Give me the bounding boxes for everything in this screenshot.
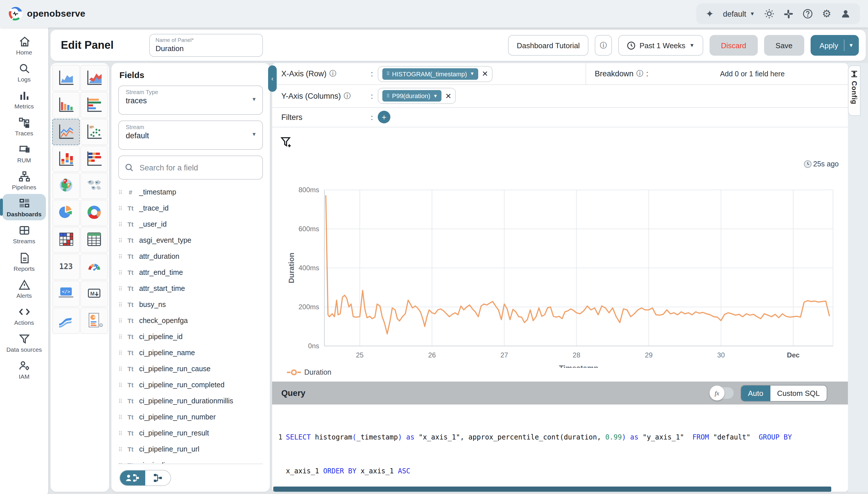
info-icon[interactable]: ⓘ	[344, 91, 351, 101]
field-item-check_openfga[interactable]: ⠿Ttcheck_openfga	[118, 313, 263, 329]
field-item-ci_pipeline_run_user[interactable]: ⠿Ttci_pipeline_run_user	[118, 457, 263, 463]
brand-logo[interactable]: openobserve	[8, 6, 86, 21]
sidebar-item-iam[interactable]: IAM	[2, 356, 46, 383]
field-item-ci_pipeline_run_cause[interactable]: ⠿Ttci_pipeline_run_cause	[118, 361, 263, 377]
query-mode-custom-sql[interactable]: Custom SQL	[770, 385, 827, 401]
field-item-ci_pipeline_run_result[interactable]: ⠿Ttci_pipeline_run_result	[118, 425, 263, 441]
sql-editor[interactable]: 1SELECT histogram(_timestamp) as "x_axis…	[272, 404, 848, 492]
field-search[interactable]	[118, 155, 263, 179]
y-axis-field-chip[interactable]: ⠿ P99(duration) ▼	[382, 90, 442, 101]
breakdown-dropzone[interactable]: Add 0 or 1 field here	[674, 70, 831, 78]
duration-chart[interactable]: 0ns200ms400ms600ms800ms252627282930DecDu…	[272, 184, 848, 368]
chart-type-h-stacked-bar[interactable]	[80, 146, 108, 172]
field-item-ci_pipeline_run_number[interactable]: ⠿Ttci_pipeline_run_number	[118, 409, 263, 425]
sidebar-item-pipelines[interactable]: Pipelines	[2, 167, 46, 194]
sidebar-item-actions[interactable]: Actions	[2, 302, 46, 328]
chart-type-stacked-bar[interactable]	[52, 146, 80, 172]
gear-icon[interactable]: ⚙	[822, 8, 831, 19]
sidebar-item-reports[interactable]: Reports	[2, 248, 46, 274]
sidebar-item-rum[interactable]: RUM	[2, 140, 46, 167]
field-search-input[interactable]	[138, 163, 257, 172]
search-icon	[125, 163, 134, 172]
chart-type-gauge[interactable]	[80, 253, 108, 280]
top-navbar: openobserve ✦ default ▼	[0, 0, 868, 27]
query-mode-auto[interactable]: Auto	[741, 385, 771, 401]
sidebar-item-traces[interactable]: Traces	[2, 113, 46, 139]
chart-type-markdown[interactable]: M	[80, 281, 108, 307]
sparkle-icon[interactable]: ✦	[705, 9, 714, 19]
field-item-attr_duration[interactable]: ⠿Ttattr_duration	[118, 248, 263, 265]
panel-name-input[interactable]	[155, 44, 257, 53]
chart-type-line[interactable]	[52, 119, 80, 145]
chart-type-sankey[interactable]	[52, 307, 80, 334]
chart-type-custom-chart[interactable]: ⚙	[80, 307, 108, 334]
info-icon[interactable]: ⓘ	[636, 69, 643, 79]
chart-type-area-stacked[interactable]	[80, 65, 108, 91]
chart-type-scatter[interactable]	[80, 119, 108, 145]
save-button[interactable]: Save	[764, 35, 804, 56]
sidebar-item-label: Data sources	[6, 346, 42, 353]
sun-icon[interactable]	[764, 8, 774, 19]
field-item-_trace_id[interactable]: ⠿Tt_trace_id	[118, 200, 263, 216]
field-item-attr_end_time[interactable]: ⠿Ttattr_end_time	[118, 265, 263, 281]
sidebar-item-logs[interactable]: Logs	[2, 59, 46, 86]
stream-type-value: traces	[126, 96, 247, 105]
time-range-picker[interactable]: Past 1 Weeks ▼	[618, 35, 703, 56]
remove-x-axis-field-button[interactable]: ✕	[482, 70, 488, 78]
add-filter-button[interactable]: +	[378, 111, 390, 124]
panel-name-field[interactable]: Name of Panel*	[149, 34, 263, 57]
chart-type-heatmap[interactable]	[52, 227, 80, 253]
sidebar-item-datasources[interactable]: Data sources	[2, 329, 46, 356]
discard-button[interactable]: Discard	[709, 35, 758, 56]
fields-footer	[118, 463, 263, 492]
chart-type-pie[interactable]	[52, 200, 80, 226]
sidebar-item-metrics[interactable]: Metrics	[2, 86, 46, 112]
field-item-attr_start_time[interactable]: ⠿Ttattr_start_time	[118, 281, 263, 297]
chart-type-geomap[interactable]	[52, 173, 80, 199]
filter-add-icon[interactable]	[280, 136, 293, 149]
chart-type-metric[interactable]: 123	[52, 253, 80, 280]
query-resize-handle[interactable]	[273, 487, 831, 492]
org-selector[interactable]: default ▼	[723, 10, 755, 18]
field-item-ci_pipeline_id[interactable]: ⠿Ttci_pipeline_id	[118, 329, 263, 345]
chart-type-html[interactable]: </>	[52, 281, 80, 307]
vrl-function-toggle[interactable]: fx	[711, 387, 734, 399]
sidebar-item-dashboards[interactable]: Dashboards	[2, 194, 46, 221]
field-item-asgi_event_type[interactable]: ⠿Ttasgi_event_type	[118, 232, 263, 248]
chart-type-bar[interactable]	[52, 92, 80, 118]
field-item-_user_id[interactable]: ⠿Tt_user_id	[118, 216, 263, 232]
chart-type-area[interactable]	[52, 65, 80, 91]
info-icon[interactable]: ⓘ	[330, 69, 336, 79]
chart-type-h-bar[interactable]	[80, 92, 108, 118]
panel-info-button[interactable]: ⓘ	[595, 35, 612, 56]
x-axis-field-chip[interactable]: ⠿ HISTOGRAM(_timestamp) ▼	[382, 68, 479, 79]
field-item-ci_pipeline_run_completed[interactable]: ⠿Ttci_pipeline_run_completed	[118, 377, 263, 393]
svg-text:800ms: 800ms	[298, 186, 319, 194]
field-view-schema-button[interactable]	[145, 471, 170, 486]
field-item-ci_pipeline_name[interactable]: ⠿Ttci_pipeline_name	[118, 345, 263, 361]
sidebar-item-home[interactable]: Home	[2, 32, 46, 58]
person-icon[interactable]	[841, 8, 851, 19]
dashboard-tutorial-button[interactable]: Dashboard Tutorial	[508, 35, 588, 56]
slack-icon[interactable]	[783, 9, 793, 19]
stream-select[interactable]: Stream default ▼	[118, 120, 263, 150]
stream-type-select[interactable]: Stream Type traces ▼	[118, 86, 263, 115]
chart-legend-duration[interactable]: Duration	[287, 368, 332, 376]
collapse-fields-button[interactable]: ‹	[268, 65, 277, 92]
remove-y-axis-field-button[interactable]: ✕	[445, 92, 451, 100]
help-icon[interactable]	[802, 8, 813, 19]
field-item-ci_pipeline_run_url[interactable]: ⠿Ttci_pipeline_run_url	[118, 441, 263, 457]
field-view-user-button[interactable]	[120, 471, 145, 486]
chart-type-maps[interactable]	[80, 173, 108, 199]
apply-button[interactable]: Apply ▼	[810, 35, 859, 56]
field-item-_timestamp[interactable]: ⠿#_timestamp	[118, 184, 263, 200]
sidebar-item-streams[interactable]: Streams	[2, 221, 46, 248]
config-tab[interactable]: Config	[848, 65, 861, 116]
chart-type-table[interactable]	[80, 227, 108, 253]
field-item-busy_ns[interactable]: ⠿Ttbusy_ns	[118, 297, 263, 313]
field-name: ci_pipeline_name	[139, 349, 195, 357]
sidebar-item-alerts[interactable]: Alerts	[2, 275, 46, 302]
field-name: ci_pipeline_run_durationmillis	[139, 397, 233, 405]
field-item-ci_pipeline_run_durationmillis[interactable]: ⠿Ttci_pipeline_run_durationmillis	[118, 393, 263, 409]
chart-type-donut[interactable]	[80, 200, 108, 226]
